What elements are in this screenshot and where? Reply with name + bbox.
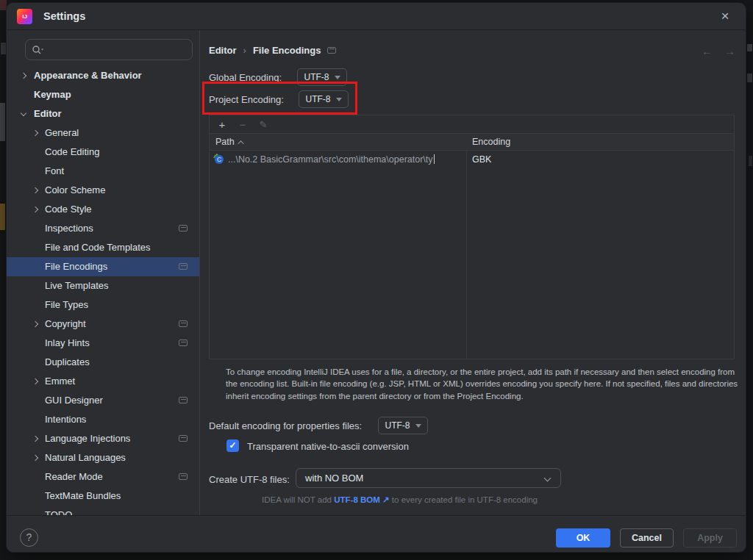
sidebar-item-keymap[interactable]: Keymap xyxy=(7,85,199,104)
global-encoding-select[interactable]: UTF-8 xyxy=(297,68,347,86)
sidebar-item-todo[interactable]: TODO xyxy=(7,506,199,515)
sidebar-item-label: Keymap xyxy=(34,85,71,104)
sidebar-item-label: File Encodings xyxy=(45,257,107,276)
sidebar-item-label: Language Injections xyxy=(45,429,130,448)
backdrop-artifact xyxy=(747,44,752,51)
sidebar-item-label: File Types xyxy=(45,295,88,315)
breadcrumb-editor[interactable]: Editor xyxy=(209,45,237,56)
edit-path-button[interactable]: ✎ xyxy=(257,119,270,130)
sort-asc-icon xyxy=(238,140,243,146)
chevron-right-icon[interactable] xyxy=(32,455,38,461)
sidebar-item-label: Emmet xyxy=(45,372,75,391)
sidebar-item-inspections[interactable]: Inspections xyxy=(7,219,199,238)
sidebar-item-file-encodings[interactable]: File Encodings xyxy=(7,257,199,276)
text-caret xyxy=(434,154,435,164)
sidebar-item-editor[interactable]: Editor xyxy=(7,104,199,123)
sidebar-item-font[interactable]: Font xyxy=(7,162,199,181)
sidebar-item-duplicates[interactable]: Duplicates xyxy=(7,353,199,372)
forward-arrow-icon[interactable]: → xyxy=(724,45,735,57)
chevron-right-icon[interactable] xyxy=(32,321,38,327)
modified-badge-icon xyxy=(179,263,188,270)
intellij-idea-logo-icon: IJ xyxy=(17,9,32,24)
backdrop-artifact xyxy=(747,73,752,82)
sidebar-item-file-types[interactable]: File Types xyxy=(7,295,199,315)
sidebar-item-language-injections[interactable]: Language Injections xyxy=(7,429,199,448)
utf8-bom-link[interactable]: UTF-8 BOM ↗ xyxy=(334,495,389,504)
sidebar-item-label: Appearance & Behavior xyxy=(34,66,142,85)
bom-note-prefix: IDEA will NOT add xyxy=(262,495,334,504)
encoding-column-header[interactable]: Encoding xyxy=(472,134,510,151)
apply-button[interactable]: Apply xyxy=(683,528,737,548)
sidebar-item-natural-languages[interactable]: Natural Languages xyxy=(7,448,199,467)
create-utf8-label: Create UTF-8 files: xyxy=(209,474,290,485)
chevron-down-icon xyxy=(544,475,552,482)
modified-badge-icon xyxy=(179,397,188,403)
help-button[interactable]: ? xyxy=(20,528,38,547)
encodings-table: Path Encoding C ...\No.2 BasicGrammar\sr… xyxy=(209,133,735,359)
sidebar-item-inlay-hints[interactable]: Inlay Hints xyxy=(7,334,199,353)
remove-path-button[interactable]: − xyxy=(236,118,249,131)
chevron-right-icon[interactable] xyxy=(32,207,38,212)
sidebar-item-label: Duplicates xyxy=(45,353,90,372)
sidebar-item-general[interactable]: General xyxy=(7,123,199,143)
sidebar-item-intentions[interactable]: Intentions xyxy=(7,410,199,429)
sidebar-item-code-style[interactable]: Code Style xyxy=(7,200,199,219)
sidebar-item-label: Reader Mode xyxy=(45,467,103,487)
sidebar-item-textmate-bundles[interactable]: TextMate Bundles xyxy=(7,487,199,506)
sidebar-item-label: TextMate Bundles xyxy=(45,487,121,506)
properties-encoding-label: Default encoding for properties files: xyxy=(209,420,362,431)
modified-badge-icon xyxy=(179,340,188,346)
sidebar-item-label: File and Code Templates xyxy=(45,238,151,257)
sidebar-item-label: Code Style xyxy=(45,200,92,219)
modified-badge-icon xyxy=(179,435,188,442)
sidebar-item-live-templates[interactable]: Live Templates xyxy=(7,276,199,295)
cancel-button[interactable]: Cancel xyxy=(620,528,674,548)
dropdown-arrow-icon xyxy=(335,76,340,79)
dialog-footer: ? OK Cancel Apply xyxy=(7,515,746,553)
sidebar-item-label: Color Scheme xyxy=(45,181,105,200)
global-encoding-label: Global Encoding: xyxy=(209,72,282,83)
sidebar-item-code-editing[interactable]: Code Editing xyxy=(7,143,199,162)
close-icon[interactable]: × xyxy=(716,7,734,25)
search-input[interactable] xyxy=(25,39,193,60)
sidebar-item-label: GUI Designer xyxy=(45,391,103,410)
table-row[interactable]: C ...\No.2 BasicGrammar\src\com\ithema\o… xyxy=(210,151,734,168)
search-icon xyxy=(32,45,43,55)
create-utf8-select[interactable]: with NO BOM xyxy=(296,468,561,488)
chevron-down-icon[interactable] xyxy=(21,110,26,116)
create-utf8-value: with NO BOM xyxy=(305,473,363,484)
backdrop-artifact xyxy=(0,204,5,230)
chevron-right-icon[interactable] xyxy=(21,73,26,79)
svg-text:C: C xyxy=(217,156,221,163)
ok-button[interactable]: OK xyxy=(556,528,610,548)
transparent-conversion-checkbox[interactable]: ✓ xyxy=(226,439,239,452)
properties-encoding-select[interactable]: UTF-8 xyxy=(378,417,428,434)
sidebar-item-color-scheme[interactable]: Color Scheme xyxy=(7,181,199,200)
sidebar-item-gui-designer[interactable]: GUI Designer xyxy=(7,391,199,410)
java-class-icon: C xyxy=(213,154,224,165)
bom-note: IDEA will NOT add UTF-8 BOM ↗ to every c… xyxy=(262,495,538,505)
chevron-right-icon[interactable] xyxy=(32,378,38,384)
sidebar-item-label: Font xyxy=(45,162,64,181)
project-encoding-select[interactable]: UTF-8 xyxy=(299,90,349,108)
add-path-button[interactable]: + xyxy=(215,118,229,131)
settings-dialog: IJ Settings × Appearance & BehaviorKeyma… xyxy=(6,2,746,553)
sidebar-item-appearance-behavior[interactable]: Appearance & Behavior xyxy=(7,66,199,85)
modified-badge-icon xyxy=(327,47,336,54)
back-arrow-icon[interactable]: ← xyxy=(702,45,713,57)
sidebar-item-label: Live Templates xyxy=(45,276,108,295)
sidebar-item-label: Intentions xyxy=(45,410,86,429)
sidebar-item-copyright[interactable]: Copyright xyxy=(7,315,199,334)
breadcrumb-file-encodings: File Encodings xyxy=(253,45,321,56)
chevron-right-icon[interactable] xyxy=(32,130,38,136)
path-column-header[interactable]: Path xyxy=(215,134,244,151)
sidebar-item-emmet[interactable]: Emmet xyxy=(7,372,199,391)
chevron-right-icon[interactable] xyxy=(32,436,38,442)
sidebar-item-reader-mode[interactable]: Reader Mode xyxy=(7,467,199,487)
project-encoding-label: Project Encoding: xyxy=(209,94,284,105)
properties-encoding-value: UTF-8 xyxy=(385,420,410,431)
description-text: To change encoding IntelliJ IDEA uses fo… xyxy=(226,366,740,402)
chevron-right-icon[interactable] xyxy=(32,187,38,193)
sidebar-item-file-and-code-templates[interactable]: File and Code Templates xyxy=(7,238,199,257)
backdrop-artifact xyxy=(749,156,752,166)
